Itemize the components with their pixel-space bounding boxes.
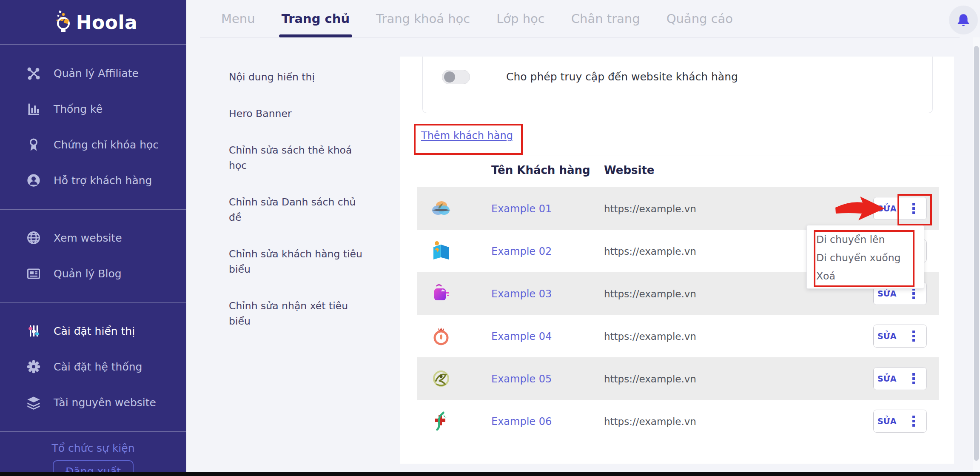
sidebar-item-resources[interactable]: Tài nguyên website [0,385,186,420]
row-actions: SỬA [873,367,927,390]
column-header-name: Tên Khách hàng [491,164,590,177]
subnav-item-course-cards[interactable]: Chỉnh sửa sách thẻ khoá học [229,143,365,173]
subnav-item-hero-banner[interactable]: Hero Banner [229,106,365,121]
sidebar-item-label: Hỗ trợ khách hàng [54,174,152,187]
subnav-item-display-content[interactable]: Nội dung hiển thị [229,69,365,85]
edit-button[interactable]: SỬA [874,410,900,432]
allow-access-toggle[interactable] [442,70,470,84]
sidebar: Hoola Quản lý Affiliate [0,0,186,476]
organize-event-link[interactable]: Tổ chức sự kiện [0,442,186,454]
bar-chart-icon [26,101,42,117]
tab-ads[interactable]: Quảng cáo [667,0,733,37]
sidebar-item-label: Cài đặt hiển thị [54,325,135,337]
sidebar-item-label: Cài đặt hệ thống [54,361,142,373]
customer-name-link[interactable]: Example 04 [491,331,552,342]
sidebar-item-support[interactable]: Hỗ trợ khách hàng [0,162,186,198]
customer-name-link[interactable]: Example 06 [491,416,552,428]
sidebar-item-certificates[interactable]: Chứng chỉ khóa học [0,127,186,162]
sidebar-divider [0,431,186,432]
row-actions: SỬA [873,410,927,433]
subnav-item-featured-reviews[interactable]: Chỉnh sửa nhận xét tiêu biểu [229,298,365,329]
subnav-item-featured-customers[interactable]: Chỉnh sửa khách hàng tiêu biểu [229,246,365,277]
medal-icon [26,137,42,153]
customer-logo [430,410,453,433]
customer-logo [430,239,453,262]
sidebar-item-blog[interactable]: Quản lý Blog [0,256,186,291]
bell-icon [956,13,971,27]
table-row: Example 01 https://example.vn SỬA [417,187,939,230]
app-root: Hoola Quản lý Affiliate [0,0,980,476]
subnav-item-topic-list[interactable]: Chỉnh sửa Danh sách chủ đề [229,194,365,225]
kebab-menu-button[interactable] [900,325,926,347]
sidebar-item-affiliate[interactable]: Quản lý Affiliate [0,55,186,91]
menu-item-move-up[interactable]: Di chuyển lên [807,231,924,248]
kebab-menu-button[interactable] [900,410,926,432]
add-customer-link[interactable]: Thêm khách hàng [421,130,513,142]
menu-item-move-down[interactable]: Di chuyển xuống [807,249,924,267]
scrollbar-track [973,37,980,472]
table-row: Example 04 https://example.vn SỬA [417,315,939,357]
page-section-nav: Nội dung hiển thị Hero Banner Chỉnh sửa … [229,69,365,350]
sidebar-item-label: Thống kê [54,103,103,115]
newspaper-icon [26,265,42,282]
customer-website: https://example.vn [604,331,696,342]
customer-website: https://example.vn [604,373,696,385]
bottom-window-edge [0,472,980,476]
edit-button[interactable]: SỬA [874,197,900,219]
table-row: Example 06 https://example.vn SỬA [417,400,939,442]
sidebar-nav: Quản lý Affiliate Thống kê [0,55,186,476]
scrollbar-thumb[interactable] [974,46,979,461]
notification-button[interactable] [949,6,978,34]
customer-name-link[interactable]: Example 05 [491,373,552,385]
globe-icon [26,230,42,246]
person-circle-icon [26,172,42,188]
sidebar-item-system-settings[interactable]: Cài đặt hệ thống [0,349,186,385]
customer-website: https://example.vn [604,246,696,257]
toggle-knob [444,71,455,83]
customer-website: https://example.vn [604,203,696,214]
sidebar-item-statistics[interactable]: Thống kê [0,91,186,127]
sidebar-item-view-website[interactable]: Xem website [0,220,186,256]
customer-name-link[interactable]: Example 02 [491,245,552,257]
sidebar-item-label: Tài nguyên website [54,396,156,409]
customer-logo [430,325,453,348]
row-context-menu: Di chuyển lên Di chuyển xuống Xoá [806,225,924,289]
tab-footer[interactable]: Chân trang [571,0,640,37]
sidebar-item-display-settings[interactable]: Cài đặt hiển thị [0,313,186,349]
sidebar-divider [0,302,186,303]
bulb-logo-icon [49,8,75,36]
customer-name-link[interactable]: Example 03 [491,288,552,300]
kebab-menu-button[interactable] [900,197,926,219]
sidebar-item-label: Quản lý Affiliate [54,67,139,80]
row-actions: SỬA [873,325,927,348]
logo[interactable]: Hoola [0,0,186,45]
layers-icon [26,394,42,410]
logo-text: Hoola [76,11,138,33]
customer-website: https://example.vn [604,416,696,427]
customer-logo [430,367,453,390]
tab-course-page[interactable]: Trang khoá học [376,0,470,37]
affiliate-icon [26,65,42,81]
customer-logo [430,282,453,305]
menu-item-delete[interactable]: Xoá [807,267,924,285]
customer-logo [430,197,453,220]
toggle-label: Cho phép truy cập đến website khách hàng [506,71,738,83]
gear-icon [26,359,42,375]
sidebar-item-label: Quản lý Blog [54,268,122,280]
kebab-menu-button[interactable] [900,368,926,390]
customer-website: https://example.vn [604,288,696,299]
tab-home[interactable]: Trang chủ [282,0,350,37]
tab-classes[interactable]: Lớp học [496,0,545,37]
sliders-icon [26,323,42,339]
edit-button[interactable]: SỬA [874,325,900,347]
edit-button[interactable]: SỬA [874,368,900,390]
tab-menu[interactable]: Menu [221,0,255,37]
access-toggle-card: Cho phép truy cập đến website khách hàng [422,57,933,113]
column-header-website: Website [604,164,654,177]
section-divider [414,156,954,156]
customer-name-link[interactable]: Example 01 [491,203,552,215]
table-header: Tên Khách hàng Website [400,164,954,179]
sidebar-item-label: Chứng chỉ khóa học [54,139,159,151]
row-actions: SỬA [873,197,927,220]
table-row: Example 05 https://example.vn SỬA [417,357,939,400]
